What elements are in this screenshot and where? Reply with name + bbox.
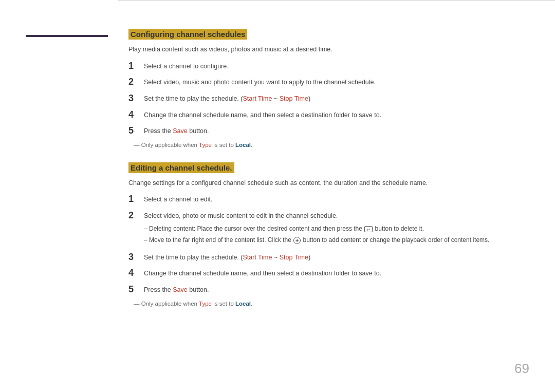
step-item: 4 Change the channel schedule name, and … bbox=[128, 268, 524, 279]
page-container: Configuring channel schedules Play media… bbox=[0, 0, 555, 392]
step-item: 3 Set the time to play the schedule. (St… bbox=[128, 93, 524, 104]
sub-bullet: Move to the far right end of the content… bbox=[144, 235, 524, 245]
sidebar-bar bbox=[26, 35, 108, 37]
step-item: 2 Select video, photo or music content t… bbox=[128, 210, 524, 247]
step-number: 2 bbox=[128, 77, 144, 88]
step-number: 3 bbox=[128, 93, 144, 104]
step-number: 3 bbox=[128, 252, 144, 263]
note-local: Local bbox=[235, 301, 251, 307]
step-text: Set the time to play the schedule. (Star… bbox=[144, 93, 524, 104]
step-text: Press the Save button. bbox=[144, 125, 524, 136]
save-label: Save bbox=[173, 286, 188, 293]
section-configuring: Configuring channel schedules Play media… bbox=[128, 29, 524, 148]
step-text: Select video, music and photo content yo… bbox=[144, 77, 524, 87]
step-number: 5 bbox=[128, 284, 144, 295]
main-content: Configuring channel schedules Play media… bbox=[118, 0, 555, 392]
section2-steps: 1 Select a channel to edit. 2 Select vid… bbox=[128, 194, 524, 295]
step-number: 4 bbox=[128, 268, 144, 279]
note-type: Type bbox=[199, 142, 212, 148]
stop-time-label: Stop Time bbox=[280, 95, 308, 102]
section1-steps: 1 Select a channel to configure. 2 Selec… bbox=[128, 61, 524, 137]
step-item: 5 Press the Save button. bbox=[128, 125, 524, 137]
step-number: 1 bbox=[128, 61, 144, 72]
section1-title: Configuring channel schedules bbox=[128, 29, 247, 40]
start-time-label: Start Time bbox=[243, 95, 272, 102]
step-text: Change the channel schedule name, and th… bbox=[144, 268, 524, 278]
step-item: 5 Press the Save button. bbox=[128, 284, 524, 295]
step-text: Press the Save button. bbox=[144, 284, 524, 295]
section1-subtitle: Play media content such as videos, photo… bbox=[128, 45, 524, 54]
step-number: 1 bbox=[128, 194, 144, 205]
step-item: 4 Change the channel schedule name, and … bbox=[128, 109, 524, 121]
step-item: 1 Select a channel to edit. bbox=[128, 194, 524, 205]
section2-note: Only applicable when Type is set to Loca… bbox=[128, 301, 524, 307]
sub-bullet: Deleting content: Place the cursor over … bbox=[144, 224, 524, 233]
step-item: 1 Select a channel to configure. bbox=[128, 61, 524, 72]
section2-title: Editing a channel schedule. bbox=[128, 162, 234, 173]
step-number: 4 bbox=[128, 109, 144, 121]
step-text: Select a channel to configure. bbox=[144, 61, 524, 71]
section1-note: Only applicable when Type is set to Loca… bbox=[128, 142, 524, 148]
section2-subtitle: Change settings for a configured channel… bbox=[128, 178, 524, 188]
step-number: 5 bbox=[128, 125, 144, 137]
save-label: Save bbox=[173, 127, 188, 135]
sub-bullets: Deleting content: Place the cursor over … bbox=[144, 224, 524, 245]
note-local: Local bbox=[235, 142, 251, 148]
note-type: Type bbox=[199, 301, 212, 307]
section-editing: Editing a channel schedule. Change setti… bbox=[128, 162, 524, 307]
step-item: 2 Select video, music and photo content … bbox=[128, 77, 524, 88]
delete-icon: ↩ bbox=[364, 226, 373, 232]
step-text: Select video, photo or music content to … bbox=[144, 210, 524, 247]
step-number: 2 bbox=[128, 210, 144, 221]
stop-time-label: Stop Time bbox=[280, 254, 308, 261]
step-text: Set the time to play the schedule. (Star… bbox=[144, 252, 524, 263]
step-item: 3 Set the time to play the schedule. (St… bbox=[128, 252, 524, 263]
add-icon: + bbox=[293, 237, 301, 244]
step-text: Change the channel schedule name, and th… bbox=[144, 109, 524, 120]
step-text: Select a channel to edit. bbox=[144, 194, 524, 204]
start-time-label: Start Time bbox=[243, 254, 272, 261]
page-number: 69 bbox=[514, 361, 529, 377]
left-sidebar bbox=[0, 0, 118, 392]
